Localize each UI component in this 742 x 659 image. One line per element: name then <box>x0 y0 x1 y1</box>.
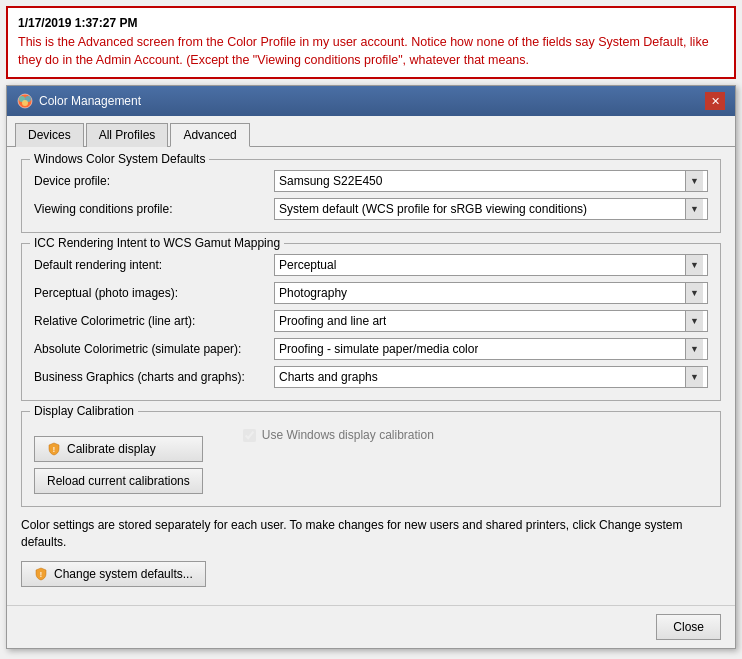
shield-icon: ! <box>47 442 61 456</box>
relative-row: Relative Colorimetric (line art): Proofi… <box>34 310 708 332</box>
dialog-footer: Close <box>7 605 735 648</box>
device-profile-label: Device profile: <box>34 174 274 188</box>
tab-bar: Devices All Profiles Advanced <box>7 116 735 147</box>
windows-color-system-group: Windows Color System Defaults Device pro… <box>21 159 721 233</box>
device-profile-row: Device profile: Samsung S22E450 ▼ <box>34 170 708 192</box>
footer-info-text: Color settings are stored separately for… <box>21 517 721 551</box>
viewing-conditions-label: Viewing conditions profile: <box>34 202 274 216</box>
change-defaults-shield-icon: ! <box>34 567 48 581</box>
tab-all-profiles[interactable]: All Profiles <box>86 123 169 147</box>
perceptual-label: Perceptual (photo images): <box>34 286 274 300</box>
windows-calibration-checkbox-row: Use Windows display calibration <box>243 428 434 442</box>
dialog-close-button[interactable]: ✕ <box>705 92 725 110</box>
default-rendering-control: Perceptual ▼ <box>274 254 708 276</box>
viewing-conditions-dropdown[interactable]: System default (WCS profile for sRGB vie… <box>274 198 708 220</box>
viewing-conditions-row: Viewing conditions profile: System defau… <box>34 198 708 220</box>
perceptual-value: Photography <box>279 286 347 300</box>
tab-devices[interactable]: Devices <box>15 123 84 147</box>
business-control: Charts and graphs ▼ <box>274 366 708 388</box>
windows-color-system-title: Windows Color System Defaults <box>30 152 209 166</box>
business-dropdown[interactable]: Charts and graphs ▼ <box>274 366 708 388</box>
perceptual-dropdown[interactable]: Photography ▼ <box>274 282 708 304</box>
reload-calibrations-button[interactable]: Reload current calibrations <box>34 468 203 494</box>
svg-text:!: ! <box>40 570 42 577</box>
dialog-content: Windows Color System Defaults Device pro… <box>7 147 735 605</box>
windows-calibration-label: Use Windows display calibration <box>262 428 434 442</box>
windows-calibration-checkbox[interactable] <box>243 429 256 442</box>
relative-arrow: ▼ <box>685 311 703 331</box>
absolute-row: Absolute Colorimetric (simulate paper): … <box>34 338 708 360</box>
color-management-icon <box>17 93 33 109</box>
perceptual-arrow: ▼ <box>685 283 703 303</box>
calibrate-buttons-group: ! Calibrate display Reload current calib… <box>34 436 203 494</box>
default-rendering-dropdown[interactable]: Perceptual ▼ <box>274 254 708 276</box>
display-calibration-group: Display Calibration ! Calibrate display <box>21 411 721 507</box>
relative-dropdown[interactable]: Proofing and line art ▼ <box>274 310 708 332</box>
change-defaults-label: Change system defaults... <box>54 567 193 581</box>
dialog-titlebar: Color Management ✕ <box>7 86 735 116</box>
annotation-box: 1/17/2019 1:37:27 PM This is the Advance… <box>6 6 736 79</box>
default-rendering-value: Perceptual <box>279 258 336 272</box>
svg-point-3 <box>22 100 28 106</box>
absolute-dropdown[interactable]: Proofing - simulate paper/media color ▼ <box>274 338 708 360</box>
absolute-control: Proofing - simulate paper/media color ▼ <box>274 338 708 360</box>
default-rendering-arrow: ▼ <box>685 255 703 275</box>
relative-value: Proofing and line art <box>279 314 386 328</box>
icc-rendering-group: ICC Rendering Intent to WCS Gamut Mappin… <box>21 243 721 401</box>
relative-label: Relative Colorimetric (line art): <box>34 314 274 328</box>
viewing-conditions-control: System default (WCS profile for sRGB vie… <box>274 198 708 220</box>
business-value: Charts and graphs <box>279 370 378 384</box>
relative-control: Proofing and line art ▼ <box>274 310 708 332</box>
icc-rendering-title: ICC Rendering Intent to WCS Gamut Mappin… <box>30 236 284 250</box>
annotation-timestamp: 1/17/2019 1:37:27 PM <box>18 16 724 30</box>
default-rendering-row: Default rendering intent: Perceptual ▼ <box>34 254 708 276</box>
color-management-dialog: Color Management ✕ Devices All Profiles … <box>6 85 736 649</box>
absolute-arrow: ▼ <box>685 339 703 359</box>
viewing-conditions-value: System default (WCS profile for sRGB vie… <box>279 202 587 216</box>
calibration-content: ! Calibrate display Reload current calib… <box>34 428 708 494</box>
tab-advanced[interactable]: Advanced <box>170 123 249 147</box>
default-rendering-label: Default rendering intent: <box>34 258 274 272</box>
calibrate-button-label: Calibrate display <box>67 442 156 456</box>
dialog-title: Color Management <box>39 94 141 108</box>
viewing-conditions-arrow: ▼ <box>685 199 703 219</box>
display-calibration-title: Display Calibration <box>30 404 138 418</box>
change-system-defaults-button[interactable]: ! Change system defaults... <box>21 561 206 587</box>
calibrate-display-button[interactable]: ! Calibrate display <box>34 436 203 462</box>
device-profile-arrow: ▼ <box>685 171 703 191</box>
close-button[interactable]: Close <box>656 614 721 640</box>
titlebar-left: Color Management <box>17 93 141 109</box>
absolute-label: Absolute Colorimetric (simulate paper): <box>34 342 274 356</box>
svg-text:!: ! <box>53 446 55 453</box>
absolute-value: Proofing - simulate paper/media color <box>279 342 478 356</box>
device-profile-dropdown[interactable]: Samsung S22E450 ▼ <box>274 170 708 192</box>
annotation-text: This is the Advanced screen from the Col… <box>18 34 724 69</box>
perceptual-control: Photography ▼ <box>274 282 708 304</box>
business-row: Business Graphics (charts and graphs): C… <box>34 366 708 388</box>
perceptual-row: Perceptual (photo images): Photography ▼ <box>34 282 708 304</box>
device-profile-value: Samsung S22E450 <box>279 174 382 188</box>
business-arrow: ▼ <box>685 367 703 387</box>
reload-button-label: Reload current calibrations <box>47 474 190 488</box>
device-profile-control: Samsung S22E450 ▼ <box>274 170 708 192</box>
business-label: Business Graphics (charts and graphs): <box>34 370 274 384</box>
